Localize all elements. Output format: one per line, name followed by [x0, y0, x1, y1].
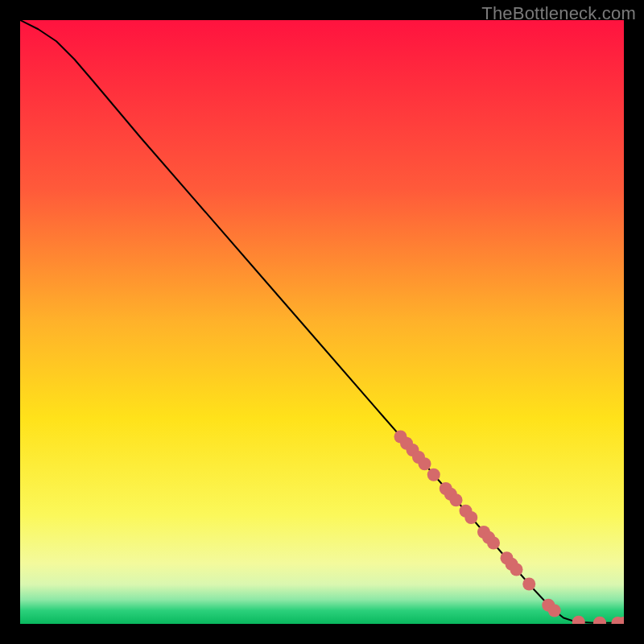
bottleneck-chart	[0, 0, 644, 644]
data-marker	[522, 578, 535, 591]
chart-gradient-background	[20, 20, 624, 624]
data-marker	[548, 605, 561, 617]
data-marker	[487, 537, 500, 550]
chart-container: TheBottleneck.com	[0, 0, 644, 644]
data-marker	[450, 493, 463, 506]
watermark-label: TheBottleneck.com	[481, 3, 636, 24]
data-marker	[464, 511, 477, 524]
data-marker	[427, 469, 440, 481]
data-marker	[419, 457, 431, 470]
data-marker	[510, 564, 523, 576]
